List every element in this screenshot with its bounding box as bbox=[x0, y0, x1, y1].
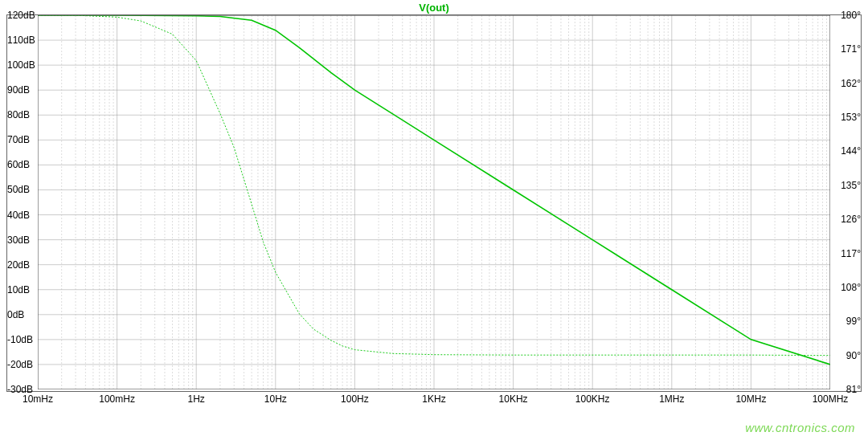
left-y-tick-label: 80dB bbox=[7, 109, 30, 120]
chart-title: V(out) bbox=[0, 2, 868, 14]
left-y-tick-label: 10dB bbox=[7, 284, 30, 295]
left-y-tick-label: 60dB bbox=[7, 159, 30, 170]
left-y-tick-label: -10dB bbox=[7, 334, 33, 345]
right-y-tick-label: 153° bbox=[841, 112, 861, 123]
left-y-tick-label: 70dB bbox=[7, 134, 30, 145]
right-y-tick-label: 108° bbox=[841, 282, 861, 293]
x-tick-label: 10KHz bbox=[499, 393, 528, 405]
x-tick-label: 100KHz bbox=[575, 393, 610, 405]
x-tick-label: 10Hz bbox=[264, 393, 287, 405]
left-y-tick-label: 20dB bbox=[7, 259, 30, 271]
right-y-tick-label: 135° bbox=[841, 180, 861, 191]
right-y-tick-label: 99° bbox=[846, 316, 861, 327]
plot-svg bbox=[38, 15, 830, 389]
x-tick-label: 1KHz bbox=[422, 393, 445, 405]
left-y-tick-label: 40dB bbox=[7, 210, 30, 221]
left-y-tick-label: -20dB bbox=[7, 359, 33, 370]
left-y-tick-label: 30dB bbox=[7, 234, 30, 246]
x-tick-label: 10MHz bbox=[735, 393, 766, 405]
left-y-tick-label: 0dB bbox=[7, 309, 24, 320]
left-y-tick-label: 110dB bbox=[7, 35, 35, 46]
right-y-tick-label: 180° bbox=[841, 10, 861, 21]
right-y-axis: 180°171°162°153°144°135°126°117°108°99°9… bbox=[830, 15, 861, 389]
right-y-tick-label: 81° bbox=[846, 384, 861, 395]
chart-container: V(out) 120dB110dB100dB90dB80dB70dB60dB50… bbox=[0, 0, 868, 436]
right-y-tick-label: 171° bbox=[841, 43, 861, 55]
x-tick-label: 1Hz bbox=[188, 393, 205, 405]
x-tick-label: 1MHz bbox=[659, 393, 684, 405]
left-y-tick-label: 50dB bbox=[7, 184, 30, 195]
right-y-tick-label: 162° bbox=[841, 78, 861, 89]
left-y-tick-label: 100dB bbox=[7, 59, 35, 71]
right-y-tick-label: 90° bbox=[846, 350, 861, 361]
x-tick-label: 100mHz bbox=[99, 393, 135, 405]
x-tick-label: 100MHz bbox=[813, 393, 849, 405]
left-y-tick-label: 120dB bbox=[7, 10, 35, 21]
plot-area bbox=[38, 15, 830, 389]
right-y-tick-label: 126° bbox=[841, 214, 861, 225]
grid-lines bbox=[38, 15, 830, 389]
right-y-tick-label: 144° bbox=[841, 145, 861, 157]
x-tick-label: 10mHz bbox=[23, 393, 53, 405]
right-y-tick-label: 117° bbox=[841, 248, 861, 259]
left-y-axis: 120dB110dB100dB90dB80dB70dB60dB50dB40dB3… bbox=[7, 15, 38, 389]
watermark-text: www.cntronics.com bbox=[745, 421, 855, 434]
x-tick-label: 100Hz bbox=[341, 393, 369, 405]
left-y-tick-label: 90dB bbox=[7, 84, 30, 96]
x-axis: 10mHz100mHz1Hz10Hz100Hz1KHz10KHz100KHz1M… bbox=[38, 392, 830, 405]
